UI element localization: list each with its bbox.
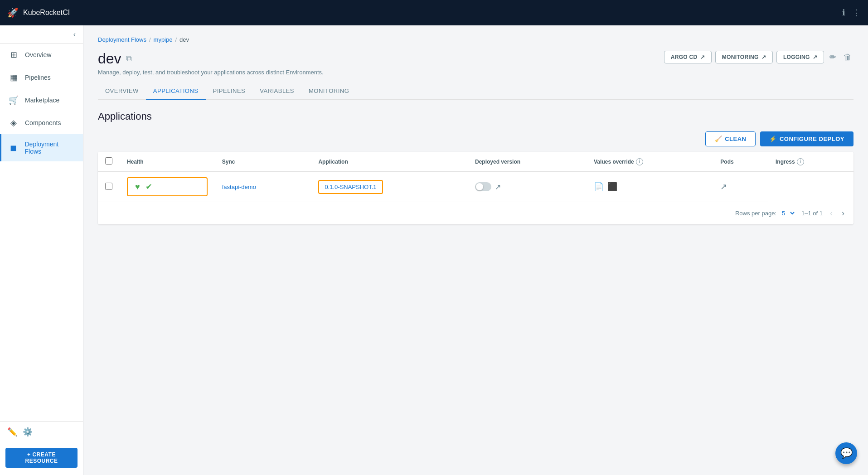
pod-terminal-icon[interactable]: ⬛ bbox=[607, 182, 617, 192]
nav-left: 🚀 KubeRocketCI bbox=[7, 7, 70, 18]
logging-button[interactable]: LOGGING ↗ bbox=[776, 51, 824, 63]
main-layout: ‹ ⊞ Overview ▦ Pipelines 🛒 Marketplace ◈… bbox=[0, 25, 868, 475]
page-title-area: dev ⧉ Manage, deploy, test, and troubles… bbox=[98, 50, 324, 76]
sidebar-item-components[interactable]: ◈ Components bbox=[0, 111, 83, 134]
sidebar-item-label-marketplace: Marketplace bbox=[25, 97, 59, 104]
breadcrumb-deployment-flows[interactable]: Deployment Flows bbox=[98, 36, 146, 43]
nav-right: ℹ ⋮ bbox=[842, 8, 861, 18]
ingress-link-icon[interactable]: ↗ bbox=[720, 182, 727, 192]
sidebar-item-pipelines[interactable]: ▦ Pipelines bbox=[0, 66, 83, 89]
applications-table-container: Health Sync Application Deployed version bbox=[98, 152, 853, 224]
ingress-info-icon[interactable]: i bbox=[797, 158, 804, 165]
configure-deploy-button[interactable]: ⚡ CONFIGURE DEPLOY bbox=[760, 131, 853, 146]
sidebar-item-label-pipelines: Pipelines bbox=[25, 74, 51, 81]
sidebar-item-label-deployment-flows: Deployment Flows bbox=[25, 141, 76, 155]
page-title: dev ⧉ bbox=[98, 50, 324, 67]
breadcrumb-mypipe[interactable]: mypipe bbox=[154, 36, 173, 43]
row-ingress-cell: ↗ bbox=[713, 172, 768, 202]
th-application: Application bbox=[311, 152, 468, 172]
rows-per-page-select[interactable]: 5 10 25 bbox=[780, 209, 796, 217]
row-checkbox[interactable] bbox=[105, 183, 112, 190]
settings-icon[interactable]: ⚙️ bbox=[23, 427, 33, 437]
sidebar-toggle[interactable]: ‹ bbox=[0, 25, 83, 44]
version-link[interactable]: 0.1.0-SNAPSHOT.1 bbox=[325, 184, 376, 190]
configure-label: CONFIGURE DEPLOY bbox=[780, 136, 844, 142]
row-application-cell: fastapi-demo bbox=[215, 172, 311, 202]
row-version-cell: 0.1.0-SNAPSHOT.1 bbox=[311, 172, 468, 202]
monitoring-button[interactable]: MONITORING ↗ bbox=[715, 51, 773, 63]
table-header-row: Health Sync Application Deployed version bbox=[98, 152, 853, 172]
tab-monitoring[interactable]: MONITORING bbox=[301, 83, 356, 100]
rows-per-page: Rows per page: 5 10 25 bbox=[735, 209, 796, 217]
tab-overview[interactable]: OVERVIEW bbox=[98, 83, 146, 100]
breadcrumb-sep-1: / bbox=[149, 36, 151, 43]
row-values-override-cell: ↗ bbox=[468, 172, 587, 202]
applications-section: Applications 🧹 CLEAN ⚡ CONFIGURE DEPLOY bbox=[98, 111, 853, 224]
page-subtitle: Manage, deploy, test, and troubleshoot y… bbox=[98, 69, 324, 76]
pods-cell-content: 📄 ⬛ bbox=[594, 182, 706, 192]
th-sync: Sync bbox=[215, 152, 311, 172]
table-row: ♥ ✔ fastapi-demo 0.1.0-SNAPSHOT.1 bbox=[98, 172, 853, 202]
application-link[interactable]: fastapi-demo bbox=[222, 184, 256, 190]
values-override-toggle-wrapper: ↗ bbox=[475, 182, 579, 191]
chat-fab-button[interactable]: 💬 bbox=[835, 442, 857, 464]
breadcrumb: Deployment Flows / mypipe / dev bbox=[98, 36, 853, 43]
version-wrapper: 0.1.0-SNAPSHOT.1 bbox=[318, 180, 383, 194]
values-override-toggle[interactable] bbox=[475, 182, 491, 191]
pod-file-icon[interactable]: 📄 bbox=[594, 182, 604, 192]
th-health: Health bbox=[120, 152, 215, 172]
prev-page-button[interactable]: ‹ bbox=[828, 208, 834, 219]
deployment-flows-icon: ◼ bbox=[9, 143, 19, 153]
info-nav-icon[interactable]: ℹ bbox=[842, 8, 845, 18]
sidebar-bottom: ✏️ ⚙️ bbox=[0, 421, 83, 442]
values-override-ext-link-icon[interactable]: ↗ bbox=[495, 183, 501, 191]
sidebar-item-marketplace[interactable]: 🛒 Marketplace bbox=[0, 89, 83, 111]
row-checkbox-cell bbox=[98, 172, 120, 202]
sidebar-item-deployment-flows[interactable]: ◼ Deployment Flows bbox=[0, 134, 83, 161]
values-override-info-icon[interactable]: i bbox=[636, 158, 643, 165]
pagination: Rows per page: 5 10 25 1–1 of 1 ‹ › bbox=[98, 202, 853, 224]
components-icon: ◈ bbox=[9, 118, 19, 128]
create-resource-button[interactable]: + CREATE RESOURCE bbox=[5, 448, 78, 468]
tab-pipelines[interactable]: PIPELINES bbox=[206, 83, 253, 100]
delete-page-button[interactable]: 🗑 bbox=[842, 51, 853, 64]
overview-icon: ⊞ bbox=[9, 50, 19, 60]
th-pods: Pods bbox=[713, 152, 768, 172]
argo-cd-label: ARGO CD bbox=[671, 54, 698, 60]
toggle-knob bbox=[476, 183, 483, 190]
rows-per-page-label: Rows per page: bbox=[735, 210, 776, 217]
copy-icon[interactable]: ⧉ bbox=[126, 54, 132, 63]
more-options-icon[interactable]: ⋮ bbox=[853, 8, 861, 18]
sidebar: ‹ ⊞ Overview ▦ Pipelines 🛒 Marketplace ◈… bbox=[0, 25, 83, 475]
select-all-checkbox[interactable] bbox=[105, 157, 112, 165]
clean-button[interactable]: 🧹 CLEAN bbox=[705, 131, 756, 146]
monitoring-label: MONITORING bbox=[722, 54, 759, 60]
external-link-icon-logging: ↗ bbox=[813, 54, 817, 60]
health-sync-wrapper: ♥ ✔ bbox=[127, 177, 208, 196]
configure-icon: ⚡ bbox=[769, 136, 777, 142]
th-checkbox bbox=[98, 152, 120, 172]
row-health-cell: ♥ ✔ bbox=[120, 172, 215, 202]
edit-icon[interactable]: ✏️ bbox=[7, 427, 17, 437]
applications-table: Health Sync Application Deployed version bbox=[98, 152, 853, 202]
th-deployed-version: Deployed version bbox=[468, 152, 587, 172]
argo-cd-button[interactable]: ARGO CD ↗ bbox=[664, 51, 712, 63]
health-heart-icon: ♥ bbox=[135, 182, 140, 192]
sidebar-item-overview[interactable]: ⊞ Overview bbox=[0, 44, 83, 66]
applications-section-title: Applications bbox=[98, 111, 853, 122]
tabs-bar: OVERVIEW APPLICATIONS PIPELINES VARIABLE… bbox=[98, 83, 853, 100]
logging-label: LOGGING bbox=[783, 54, 810, 60]
next-page-button[interactable]: › bbox=[840, 208, 846, 219]
sidebar-item-label-components: Components bbox=[25, 119, 61, 126]
ingress-cell-content: ↗ bbox=[720, 182, 761, 192]
pipelines-icon: ▦ bbox=[9, 73, 19, 82]
clean-label: CLEAN bbox=[725, 136, 746, 142]
app-name: KubeRocketCI bbox=[23, 9, 70, 17]
page-actions: ARGO CD ↗ MONITORING ↗ LOGGING ↗ ✏ 🗑 bbox=[664, 50, 853, 64]
edit-page-button[interactable]: ✏ bbox=[828, 50, 838, 64]
external-link-icon-argo: ↗ bbox=[700, 54, 705, 60]
marketplace-icon: 🛒 bbox=[9, 95, 19, 105]
tab-variables[interactable]: VARIABLES bbox=[252, 83, 301, 100]
row-pods-cell: 📄 ⬛ bbox=[587, 172, 713, 202]
tab-applications[interactable]: APPLICATIONS bbox=[146, 83, 206, 100]
